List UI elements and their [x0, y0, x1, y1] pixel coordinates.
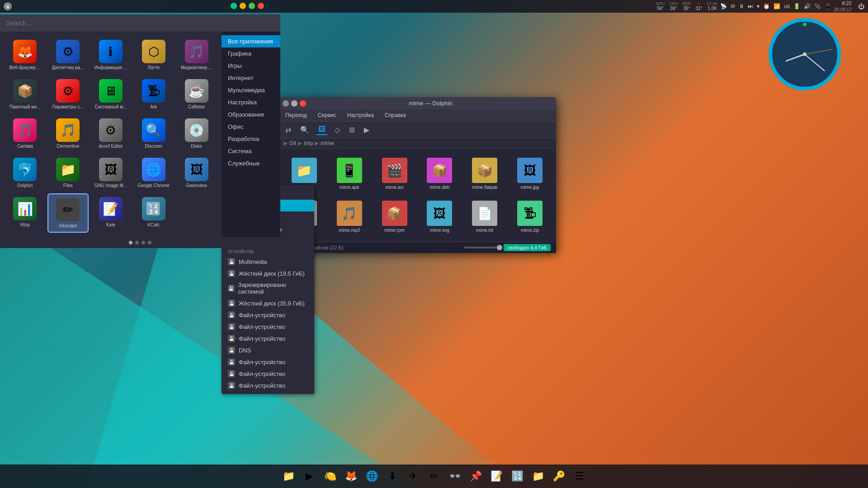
taskbar-item-firefox[interactable]: 🦊 — [341, 467, 360, 486]
file-icon-mime.jpg[interactable]: 🖼 mime.jpg — [509, 154, 551, 193]
taskbar-item-inkscape[interactable]: ✏ — [425, 467, 443, 486]
toolbar-view-btn[interactable]: 🖼 — [316, 124, 327, 135]
toolbar-grid-btn[interactable]: ⊞ — [347, 125, 357, 135]
launcher-search-bar[interactable] — [0, 14, 280, 32]
launcher-close-btn3[interactable] — [249, 3, 255, 9]
dolphin-menu-service[interactable]: Сервис — [316, 111, 338, 119]
app-icon-kcalc[interactable]: 🔢 KCalc — [133, 193, 174, 233]
dolphin-win-btn-2[interactable] — [291, 100, 297, 107]
file-icon-mime.avi[interactable]: 🎬 mime.avi — [374, 154, 415, 193]
category-item-образование[interactable]: Образование — [222, 108, 280, 121]
sidebar-device-файл-устройство[interactable]: 💾 Файл-устройство — [222, 356, 314, 368]
file-icon-mime.deb[interactable]: 📦 mime.deb — [419, 154, 461, 193]
toolbar-search-btn[interactable]: 🔍 — [298, 125, 311, 135]
category-item-настройка[interactable]: Настройка — [222, 96, 280, 108]
app-icon---------------[interactable]: 📦 Пакетный ме... — [5, 75, 46, 113]
launcher-close-btn2[interactable] — [240, 3, 246, 9]
sidebar-device-файл-устройство[interactable]: 💾 Файл-устройство — [222, 321, 314, 333]
app-icon-caffeine[interactable]: ☕ Caffeine — [176, 75, 217, 113]
app-icon-files[interactable]: 📁 Files — [47, 154, 89, 192]
pagination-dot-2[interactable] — [142, 241, 145, 244]
search-input[interactable] — [6, 19, 274, 27]
toolbar-filter-btn[interactable]: ◇ — [333, 125, 342, 135]
app-icon-gwenview[interactable]: 🖼 Gwenview — [176, 154, 217, 192]
sidebar-device-multimedia[interactable]: 💾 Multimedia — [222, 256, 314, 267]
category-item-разработка[interactable]: Разработка — [222, 133, 280, 145]
dolphin-menu-settings[interactable]: Настройка — [345, 111, 376, 119]
category-item-интернет[interactable]: Интернет — [222, 72, 280, 84]
app-icon-kate[interactable]: 📝 Kate — [90, 193, 132, 233]
sidebar-device-файл-устройство[interactable]: 💾 Файл-устройство — [222, 368, 314, 380]
taskbar-item-file-manager[interactable]: 📁 — [279, 467, 298, 486]
pagination-dot-0[interactable] — [129, 241, 132, 244]
taskbar-item-chrome[interactable]: 🌐 — [362, 467, 381, 486]
app-icon-clementine[interactable]: 🎵 Clementine — [47, 115, 89, 152]
file-icon-mime.flatpak[interactable]: 📦 mime.flatpak — [464, 154, 505, 193]
app-icon-htop[interactable]: 📊 Htop — [5, 193, 46, 233]
taskbar-item-kcalc[interactable]: 🔢 — [508, 467, 527, 486]
app-icon-inkscape[interactable]: ✏ Inkscape — [47, 193, 89, 233]
app-icon---------------[interactable]: 🖥 Системный м... — [90, 75, 132, 113]
file-icon-mime.mp3[interactable]: 🎵 mime.mp3 — [329, 197, 370, 236]
file-icon-mime.rpm[interactable]: 📦 mime.rpm — [374, 197, 415, 236]
dolphin-zoom-slider[interactable] — [464, 247, 500, 249]
toolbar-more-btn[interactable]: ▶ — [362, 125, 371, 135]
dolphin-menu-help[interactable]: Справка — [383, 111, 408, 119]
file-icon-mime.svg[interactable]: 🖼 mime.svg — [419, 197, 461, 236]
app-icon---------------[interactable]: 🎵 Медиаплеер ... — [176, 36, 217, 74]
pagination-dot-3[interactable] — [148, 241, 151, 244]
taskbar-item-qbittorrent[interactable]: ⬇ — [383, 467, 402, 486]
category-item-офис[interactable]: Офис — [222, 121, 280, 133]
app-icon-ark[interactable]: 🗜 Ark — [133, 75, 174, 113]
category-item-служебные[interactable]: Служебные — [222, 157, 280, 169]
file-icon-mime.txt[interactable]: 📄 mime.txt — [464, 197, 505, 236]
breadcrumb-tmp[interactable]: tmp — [304, 140, 313, 146]
category-item-все-приложения[interactable]: Все приложения — [222, 35, 280, 47]
power-button[interactable]: ⏻ — [858, 3, 864, 10]
app-icon-dolphin[interactable]: 🐬 Dolphin — [5, 154, 46, 192]
breadcrumb-git[interactable]: Git — [289, 140, 296, 146]
sidebar-device-ж-сткий-диск--19-5-гиб-[interactable]: 💾 Жёсткий диск (19,5 ГиБ) — [222, 267, 314, 279]
taskbar-item-play[interactable]: ▶ — [300, 467, 319, 486]
taskbar-item-franz[interactable]: 👓 — [445, 467, 464, 486]
toolbar-back-btn[interactable]: ⇄ — [283, 125, 293, 135]
app-icon-gnu-image-m---[interactable]: 🖼 GNU Image M... — [90, 154, 132, 192]
sidebar-device-dns[interactable]: 💾 DNS — [222, 344, 314, 356]
app-icon-label: Информация ... — [94, 65, 127, 70]
app-icon----------------[interactable]: ⚙ Диспетчер ра... — [47, 36, 89, 74]
app-icon---------------[interactable]: ⚙ Параметры с... — [47, 75, 89, 113]
dolphin-menu-transition[interactable]: Переход — [283, 111, 309, 119]
pagination-dot-1[interactable] — [135, 241, 139, 244]
category-item-игры[interactable]: Игры — [222, 60, 280, 72]
app-icon-discover[interactable]: 🔍 Discover — [133, 115, 174, 152]
app-icon-cantata[interactable]: 🎵 Cantata — [5, 115, 46, 152]
sidebar-device-файл-устройство[interactable]: 💾 Файл-устройство — [222, 380, 314, 391]
file-icon-mime.apk[interactable]: 📱 mime.apk — [329, 154, 370, 193]
taskbar-item-dolphin[interactable]: 📁 — [528, 467, 547, 486]
app-icon---------------[interactable]: ℹ Информация ... — [90, 36, 132, 74]
taskbar-item-telegram[interactable]: ✈ — [404, 467, 423, 486]
taskbar-item-list[interactable]: ☰ — [570, 467, 589, 486]
category-item-графика[interactable]: Графика — [222, 47, 280, 60]
taskbar-item-clementine[interactable]: 🍋 — [321, 467, 340, 486]
launcher-close-btn4[interactable] — [258, 3, 264, 9]
sidebar-device-файл-устройство[interactable]: 💾 Файл-устройство — [222, 309, 314, 321]
sidebar-device-зарезервировано-системой[interactable]: 💾 Зарезервировано системой — [222, 279, 314, 297]
breadcrumb-mime[interactable]: mime — [321, 140, 334, 146]
taskbar-item-marker[interactable]: 📌 — [466, 467, 485, 486]
sidebar-device-файл-устройство[interactable]: 💾 Файл-устройство — [222, 333, 314, 344]
dolphin-win-btn-1[interactable] — [283, 100, 289, 107]
taskbar-item-script[interactable]: 📝 — [487, 467, 506, 486]
app-icon-dconf-editor[interactable]: ⚙ dconf Editor — [90, 115, 132, 152]
launcher-close-btn1[interactable] — [231, 3, 237, 9]
app-icon----------------[interactable]: 🦊 Веб-браузер ... — [5, 36, 46, 74]
taskbar-item-kleopatra[interactable]: 🔑 — [549, 467, 568, 486]
app-icon------[interactable]: ⬡ Латте — [133, 36, 174, 74]
dolphin-close-btn[interactable] — [300, 100, 306, 107]
app-icon-disks[interactable]: 💿 Disks — [176, 115, 217, 152]
app-icon-google-chrome[interactable]: 🌐 Google Chrome — [133, 154, 174, 192]
file-icon-mime.zip[interactable]: 🗜 mime.zip — [509, 197, 551, 236]
category-item-система[interactable]: Система — [222, 145, 280, 157]
category-item-мультимедиа[interactable]: Мультимедиа — [222, 84, 280, 96]
sidebar-device-ж-сткий-диск--35-9-гиб-[interactable]: 💾 Жёсткий диск (35,9 ГиБ) — [222, 297, 314, 309]
